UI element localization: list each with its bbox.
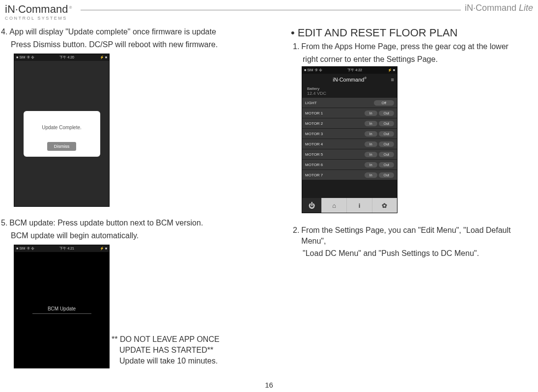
row-button[interactable]: Off	[374, 100, 394, 106]
app-row: MOTOR 4InOut	[302, 139, 397, 149]
bcm-update-label: BCM Update	[32, 306, 91, 314]
row-button[interactable]: Out	[379, 121, 394, 126]
row-button[interactable]: Out	[379, 172, 394, 178]
app-row: MOTOR 7InOut	[302, 170, 397, 180]
logo-right: iN·Command Lite	[465, 3, 533, 13]
row-button[interactable]: Out	[379, 131, 394, 137]
row-button[interactable]: In	[365, 141, 377, 147]
row-button[interactable]: In	[365, 172, 377, 178]
app-title-bar: iN·Command® ≡	[302, 74, 397, 85]
logo-left-main: iN·Command	[5, 3, 68, 15]
status-center: 下午 4:20	[59, 55, 74, 60]
right-step-1-line2: right corner to enter the Settings Page.	[291, 54, 533, 65]
row-label: MOTOR 3	[305, 132, 363, 136]
battery-display: Battery 12.4 VDC	[302, 85, 397, 98]
row-button[interactable]: In	[365, 162, 377, 168]
section-heading: • EDIT AND RESET FLOOR PLAN	[291, 27, 533, 41]
menu-icon[interactable]: ≡	[391, 77, 394, 83]
row-button[interactable]: In	[365, 131, 377, 137]
status-left: ■ SIM 卡 令	[16, 55, 34, 60]
app-row: MOTOR 1InOut	[302, 108, 397, 118]
step-4: 4. App will display "Update complete" on…	[1, 27, 276, 37]
modal-message: Update Complete.	[24, 125, 100, 130]
row-label: MOTOR 1	[305, 111, 363, 115]
row-label: MOTOR 2	[305, 121, 363, 126]
row-button[interactable]: Out	[379, 152, 394, 157]
row-button[interactable]: In	[365, 121, 377, 126]
page-number: 16	[265, 381, 273, 389]
row-button[interactable]: Out	[379, 162, 394, 168]
row-label: MOTOR 7	[305, 173, 363, 177]
logo-left: iN·Command® CONTROL SYSTEMS	[5, 3, 72, 21]
nav-home-button[interactable]: ⌂	[322, 198, 347, 213]
nav-power-button[interactable]: ⏻	[302, 198, 322, 213]
app-row: MOTOR 6InOut	[302, 160, 397, 170]
app-row: LIGHTOff	[302, 98, 397, 108]
row-label: MOTOR 6	[305, 163, 363, 167]
update-complete-modal: Update Complete. Dismiss	[24, 111, 100, 157]
row-button[interactable]: Out	[379, 111, 394, 116]
status-left: ■ SIM 卡 令	[304, 68, 322, 73]
step-5-line2: BCM update will begin automatically.	[1, 230, 276, 241]
step-5: 5. BCM update: Press update button next …	[1, 218, 276, 228]
nav-gear-button[interactable]: ✿	[372, 198, 397, 213]
status-right: ⚡ ■	[100, 247, 107, 251]
row-label: LIGHT	[305, 101, 372, 105]
row-label: MOTOR 4	[305, 142, 363, 146]
nav-info-button[interactable]: i	[347, 198, 372, 213]
dismiss-button[interactable]: Dismiss	[47, 142, 77, 151]
status-center: 下午 4:21	[59, 246, 74, 251]
app-row: MOTOR 3InOut	[302, 129, 397, 139]
logo-left-sub: CONTROL SYSTEMS	[5, 16, 72, 21]
warning-text: ** DO NOT LEAVE APP ONCE UPDATE HAS STAR…	[112, 334, 276, 366]
logo-reg: ®	[69, 5, 72, 10]
app-row: MOTOR 2InOut	[302, 118, 397, 129]
row-label: MOTOR 5	[305, 152, 363, 157]
right-step-1: 1. From the Apps Home Page, press the ge…	[293, 41, 533, 52]
app-row: MOTOR 5InOut	[302, 149, 397, 160]
row-button[interactable]: In	[365, 111, 377, 116]
screenshot-bcm-update: ■ SIM 卡 令 下午 4:21 ⚡ ■ BCM Update	[14, 245, 110, 368]
row-button[interactable]: In	[365, 152, 377, 157]
status-right: ⚡ ■	[388, 68, 395, 72]
status-right: ⚡ ■	[100, 56, 107, 59]
right-step-2-line2: "Load DC Menu" and "Push Settings to DC …	[291, 248, 533, 259]
step-4-line2: Press Dismiss button. DC/SP will reboot …	[1, 39, 276, 50]
screenshot-app-home: ■ SIM 卡 令 下午 4:22 ⚡ ■ iN·Command® ≡ Batt…	[302, 66, 397, 213]
screenshot-update-complete: ■ SIM 卡 令 下午 4:20 ⚡ ■ Update Complete. D…	[14, 54, 110, 207]
header-divider	[81, 10, 461, 10]
row-button[interactable]: Out	[379, 141, 394, 147]
status-left: ■ SIM 卡 令	[16, 246, 34, 251]
status-center: 下午 4:22	[347, 68, 362, 73]
right-step-2: 2. From the Settings Page, you can "Edit…	[293, 225, 533, 246]
